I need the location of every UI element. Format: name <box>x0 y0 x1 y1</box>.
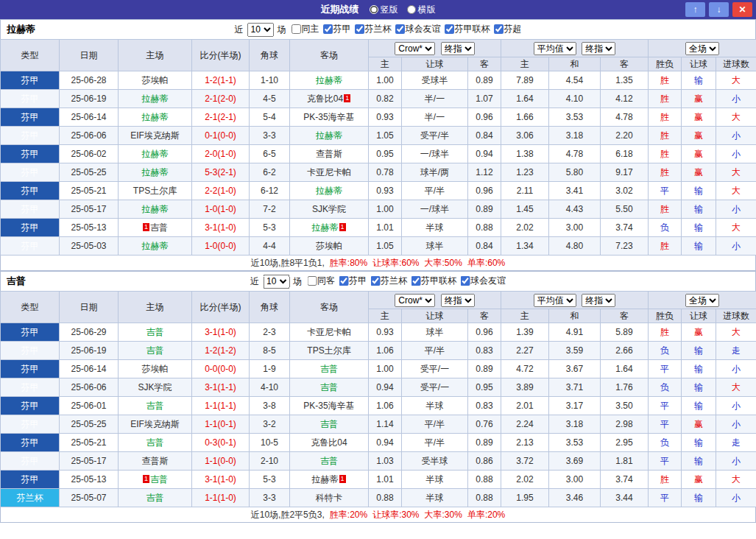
cell-handicap: 一/球半 <box>402 200 468 219</box>
checkbox-input[interactable] <box>307 276 317 286</box>
cell-corners: 4-4 <box>250 237 290 256</box>
filter-checkbox[interactable]: 芬甲联杯 <box>445 23 490 35</box>
odds-time-select[interactable]: 终指 <box>441 294 475 307</box>
checkbox-input[interactable] <box>292 24 301 34</box>
section-header: 拉赫蒂 近 10 场 同主芬甲芬兰杯球会友谊芬甲联杯芬超 <box>0 19 756 39</box>
checkbox-label: 芬甲 <box>333 23 351 35</box>
team-name: 拉赫蒂 <box>316 75 342 85</box>
team-name: 拉赫蒂 <box>142 167 169 177</box>
odds-time-select[interactable]: 终指 <box>441 42 475 55</box>
cell-handicap: 受球半 <box>402 71 468 90</box>
cell-league: 芬甲 <box>1 182 60 200</box>
avg-time-select[interactable]: 终指 <box>582 294 615 307</box>
team-section-1: 拉赫蒂 近 10 场 同主芬甲芬兰杯球会友谊芬甲联杯芬超 类型 日期 主场 比分… <box>0 19 756 271</box>
summary-stats: 胜率:80%让球率:60%大率:50%单率:60% <box>325 257 505 270</box>
checkbox-input[interactable] <box>323 24 333 34</box>
avg-time-select[interactable]: 终指 <box>582 42 615 55</box>
filter-checkbox[interactable]: 芬甲 <box>323 23 351 35</box>
col-corners: 角球 <box>250 292 290 323</box>
layout-radio-vertical[interactable]: 竖版 <box>370 4 398 16</box>
team-name: 拉赫蒂 <box>312 222 339 233</box>
scroll-up-button[interactable]: ↑ <box>685 2 705 17</box>
col-handicap-result: 让球 <box>682 57 716 71</box>
cell-avg-home: 7.89 <box>501 71 549 90</box>
checkbox-input[interactable] <box>494 24 504 34</box>
filter-checkbox[interactable]: 球会友谊 <box>395 23 441 35</box>
col-handicap: 让球 <box>402 57 468 71</box>
filter-checkbox[interactable]: 球会友谊 <box>460 275 506 287</box>
checkbox-input[interactable] <box>339 276 348 286</box>
checkbox-input[interactable] <box>460 276 470 286</box>
filter-checkbox[interactable]: 同客 <box>307 275 335 287</box>
match-row: 芬甲25-06-14莎埃帕0-0(0-0)1-9吉普1.00受平/一0.894.… <box>1 360 756 378</box>
avg-select[interactable]: 平均值 <box>534 42 576 55</box>
filter-checkbox[interactable]: 同主 <box>292 23 319 35</box>
cell-result-wdl: 平 <box>649 415 682 434</box>
cell-corners: 6-5 <box>250 145 290 163</box>
summary-stats: 胜率:20%让球率:30%大率:30%单率:20% <box>325 509 505 521</box>
cell-corners: 10-5 <box>250 434 290 452</box>
cell-date: 25-05-07 <box>60 489 119 507</box>
match-row: 芬甲25-05-21TPS土尔库2-2(1-0)6-12拉赫蒂0.93平/半0.… <box>1 182 756 200</box>
filter-checkbox[interactable]: 芬兰杯 <box>370 275 407 287</box>
cell-date: 25-05-17 <box>60 452 119 471</box>
cell-score: 0-3(0-1) <box>192 434 250 452</box>
cell-score: 3-1(1-1) <box>192 378 250 397</box>
red-card-badge: 1 <box>339 223 346 231</box>
cell-avg-home: 1.38 <box>501 145 549 163</box>
cell-date: 25-05-17 <box>60 200 119 219</box>
cell-away-team: 吉普 <box>290 415 369 434</box>
close-button[interactable]: ✕ <box>732 2 752 17</box>
checkbox-input[interactable] <box>395 24 405 34</box>
cell-result-handicap: 输 <box>682 237 716 256</box>
cell-result-wdl: 胜 <box>649 323 682 342</box>
scroll-down-button[interactable]: ↓ <box>709 2 729 17</box>
cell-away-team: 拉赫蒂 <box>290 182 369 200</box>
team-name: TPS土尔库 <box>307 345 350 356</box>
layout-radio-horizontal[interactable]: 横版 <box>407 4 436 16</box>
cell-avg-draw: 4.78 <box>549 145 601 163</box>
cell-avg-home: 3.72 <box>501 452 549 471</box>
checkbox-input[interactable] <box>355 24 364 34</box>
filter-checkbox[interactable]: 芬甲联杯 <box>411 275 456 287</box>
cell-handicap: 半球 <box>402 471 468 489</box>
cell-odds-away: 0.76 <box>468 415 501 434</box>
cell-corners: 5-3 <box>250 471 290 489</box>
col-score: 比分(半场) <box>192 292 250 323</box>
cell-date: 25-05-13 <box>60 471 119 489</box>
col-type: 类型 <box>1 40 60 71</box>
matches-table: 类型 日期 主场 比分(半场) 角球 客场 Crow* 终指 平均值 终指 全场 <box>0 39 756 256</box>
recent-count-select[interactable]: 10 <box>263 275 289 289</box>
cell-result-wdl: 胜 <box>649 145 682 163</box>
cell-result-goals: 大 <box>716 108 756 127</box>
checkbox-input[interactable] <box>411 276 420 286</box>
radio-horizontal-input[interactable] <box>407 5 416 14</box>
recent-count-select[interactable]: 10 <box>247 23 274 37</box>
team-name: 莎埃帕 <box>316 241 342 251</box>
match-row: 芬甲25-05-131吉普3-1(1-0)5-3拉赫蒂11.01半球0.882.… <box>1 219 756 237</box>
checkbox-input[interactable] <box>445 24 454 34</box>
cell-score: 1-0(1-0) <box>192 200 250 219</box>
filter-checkbox[interactable]: 芬超 <box>494 23 522 35</box>
cell-handicap: 平/半 <box>402 182 468 200</box>
cell-result-handicap: 输 <box>682 71 716 90</box>
avg-select[interactable]: 平均值 <box>534 294 576 307</box>
scope-select[interactable]: 全场 <box>685 42 719 55</box>
odds-company-select[interactable]: Crow* <box>395 42 435 55</box>
cell-league: 芬甲 <box>1 145 60 163</box>
radio-vertical-input[interactable] <box>370 5 378 14</box>
filter-checkbox[interactable]: 芬甲 <box>339 275 367 287</box>
cell-handicap: 球半 <box>402 323 468 342</box>
cell-avg-draw: 3.00 <box>549 471 601 489</box>
cell-league: 芬甲 <box>1 200 60 219</box>
cell-avg-draw: 3.69 <box>549 452 601 471</box>
filter-checkbox[interactable]: 芬兰杯 <box>355 23 392 35</box>
odds-company-select[interactable]: Crow* <box>395 294 435 307</box>
cell-result-wdl: 平 <box>649 360 682 378</box>
scope-select[interactable]: 全场 <box>685 294 719 307</box>
cell-away-team: 拉赫蒂 <box>290 71 369 90</box>
cell-corners: 2-3 <box>250 323 290 342</box>
red-card-badge: 1 <box>344 94 350 102</box>
checkbox-input[interactable] <box>370 276 380 286</box>
cell-date: 25-05-25 <box>60 415 119 434</box>
